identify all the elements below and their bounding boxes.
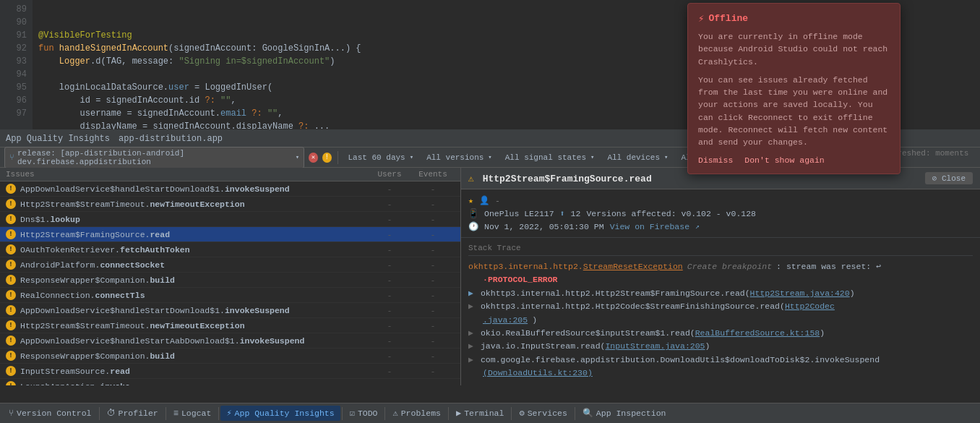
stack-link[interactable]: Http2Codec (785, 302, 835, 311)
time-range-selector[interactable]: Last 60 days (343, 152, 418, 163)
issue-name: Http2Stream$StreamTimeout.newTimeoutExce… (20, 200, 368, 209)
versions-selector[interactable]: All versions (422, 152, 497, 163)
list-item[interactable]: ! Dns$1.lookup - - (0, 212, 460, 227)
issue-users: - (368, 351, 411, 361)
list-item[interactable]: ! AppDownloadService$handleStartDownload… (0, 181, 460, 197)
warning-icon: ! (6, 184, 16, 194)
stack-line: ▶ okio.RealBufferedSource$inputStream$1.… (468, 327, 973, 340)
offline-actions: Dismiss Don't show again (698, 155, 890, 165)
dismiss-button[interactable]: Dismiss (698, 155, 733, 165)
view-firebase-link[interactable]: View on Firebase (610, 222, 689, 231)
status-separator (448, 407, 449, 420)
bullet-icon: ▶ (468, 354, 473, 367)
stack-line: ▶ okhttp3.internal.http2.Http2Stream$Fra… (468, 287, 973, 300)
issue-name: AndroidPlatform.connectSocket (20, 260, 368, 270)
meta-row-device: 📱 OnePlus LE2117 ⬆ 12 Versions affected:… (468, 208, 973, 218)
breakpoint-hint[interactable]: Create breakpoint (687, 260, 772, 273)
issue-name: AppDownloadService$handleStartAabDownloa… (20, 336, 368, 346)
issue-events: - (411, 200, 455, 209)
warning-icon: ! (6, 199, 16, 209)
aqi-label: App Quality Insights (235, 409, 335, 418)
list-item[interactable]: ! AppDownloadService$handleStartDownload… (0, 303, 460, 318)
todo-tab[interactable]: ☑ TODO (344, 406, 384, 421)
issues-list: ! AppDownloadService$handleStartDownload… (0, 181, 460, 385)
issue-events: - (411, 275, 455, 285)
issue-events: - (411, 382, 455, 386)
versions-icon: ⬆ (560, 208, 565, 218)
problems-tab[interactable]: ⚠ Problems (387, 406, 446, 421)
status-separator (218, 407, 219, 420)
stack-link[interactable]: RealBufferedSource.kt:158 (695, 328, 820, 338)
list-item[interactable]: ! Http2Stream$StreamTimeout.newTimeoutEx… (0, 318, 460, 333)
list-item[interactable]: ! ResponseWrapper$Companion.build - - (0, 273, 460, 288)
aqi-tab[interactable]: ⚡ App Quality Insights (220, 406, 340, 421)
logcat-icon: ≡ (173, 409, 179, 419)
stack-link[interactable]: (DownloadUtils.kt:230) (483, 367, 593, 380)
status-separator (166, 407, 166, 420)
list-item[interactable]: ! AndroidPlatform.connectSocket - - (0, 257, 460, 273)
stack-line: ▶ com.google.firebase.appdistribution.Do… (468, 354, 973, 367)
logcat-tab[interactable]: ≡ Logcat (168, 406, 218, 421)
stack-text: com.google.firebase.appdistribution.Down… (481, 354, 880, 367)
bullet-icon: ▶ (468, 340, 473, 353)
issue-name: AppDownloadService$handleStartDownload$1… (20, 184, 368, 194)
issue-users: - (368, 275, 411, 285)
list-item[interactable]: ! ResponseWrapper$Companion.build - - (0, 349, 460, 364)
logcat-label: Logcat (181, 409, 211, 418)
services-tab[interactable]: ⚙ Services (513, 406, 572, 421)
version-control-tab[interactable]: ⑂ Version Control (3, 406, 98, 421)
list-item[interactable]: ! InputStreamSource.read - - (0, 364, 460, 379)
stack-line: .java:205) (468, 314, 973, 327)
profiler-tab[interactable]: ⏱ Profiler (101, 406, 164, 421)
list-item[interactable]: ! RealConnection.connectTls - - (0, 288, 460, 303)
aqi-app: app-distribution.app (119, 134, 223, 144)
versions-count: 12 (571, 209, 581, 218)
list-item[interactable]: ! Http2Stream$StreamTimeout.newTimeoutEx… (0, 197, 460, 212)
issue-name: OAuthTokenRetriever.fetchAuthToken (20, 245, 368, 255)
dont-show-button[interactable]: Don't show again (744, 155, 824, 165)
aqi-icon: ⚡ (226, 408, 231, 419)
list-item[interactable]: ! Http2Stream$FramingSource.read - - (0, 227, 460, 242)
issue-events: - (411, 336, 455, 346)
stack-link[interactable]: Http2Stream.java:420 (750, 289, 850, 298)
stack-link[interactable]: .java:205 (483, 314, 528, 327)
external-link-icon: ↗ (695, 222, 700, 231)
stack-link[interactable]: InputStream.java:205 (605, 341, 705, 351)
detail-panel: ⚠ Http2Stream$FramingSource.read ⊘ Close… (461, 168, 980, 385)
list-item[interactable]: ! LaunchAppAction.invoke - - (0, 379, 460, 385)
list-item[interactable]: ! AppDownloadService$handleStartAabDownl… (0, 333, 460, 349)
offline-title: Offline (708, 13, 748, 24)
offline-icon: ⚡ (698, 12, 704, 25)
issue-events: - (411, 245, 455, 255)
user-icon: 👤 (479, 195, 489, 205)
meta-row-timestamp: 🕐 Nov 1, 2022, 05:01:30 PM View on Fireb… (468, 221, 973, 231)
stack-paren: ) (532, 314, 537, 327)
detail-title-text: Http2Stream$FramingSource.read (483, 174, 652, 184)
stack-text: okhttp3.internal.http2.Http2Stream$Frami… (481, 287, 855, 300)
list-item[interactable]: ! OAuthTokenRetriever.fetchAuthToken - - (0, 242, 460, 257)
issue-users: - (368, 321, 411, 330)
main-content: Issues Users Events ! AppDownloadService… (0, 168, 980, 385)
events-col-header: Events (411, 170, 455, 179)
warning-icon: ! (6, 229, 16, 239)
todo-label: TODO (358, 409, 378, 418)
services-icon: ⚙ (519, 408, 524, 419)
star-icon[interactable]: ★ (468, 195, 473, 205)
issue-name: ResponseWrapper$Companion.build (20, 351, 368, 361)
release-selector[interactable]: ⑂ release: [app-distribution-android] de… (4, 147, 304, 168)
issue-name: LaunchAppAction.invoke (20, 382, 368, 386)
devices-selector[interactable]: All devices (603, 152, 672, 163)
terminal-tab[interactable]: ▶ Terminal (450, 406, 510, 421)
detail-title: ⚠ Http2Stream$FramingSource.read (468, 173, 652, 184)
issues-panel: Issues Users Events ! AppDownloadService… (0, 168, 461, 385)
app-inspection-tab[interactable]: 🔍 App Inspection (577, 406, 672, 421)
signal-states-selector[interactable]: All signal states (501, 152, 599, 163)
status-separator (384, 407, 385, 420)
warning-icon: ! (6, 351, 16, 361)
close-button[interactable]: ⊘ Close (925, 172, 973, 184)
stack-colon: : stream was reset: ↩ (776, 260, 881, 273)
warning-icon: ! (6, 275, 16, 285)
stack-text: java.io.InputStream.read(InputStream.jav… (481, 340, 710, 353)
status-separator (99, 407, 100, 420)
timestamp: Nov 1, 2022, 05:01:30 PM (484, 222, 604, 231)
